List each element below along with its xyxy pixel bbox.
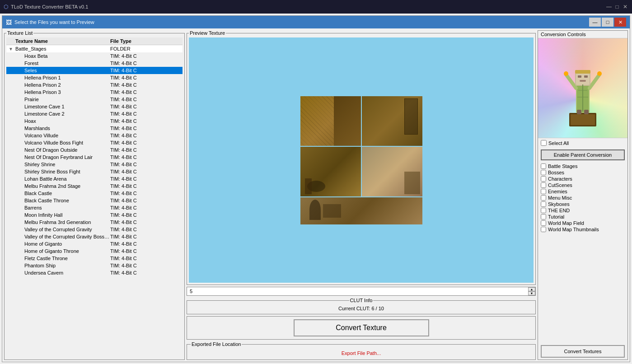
texture-list-item[interactable]: Nest Of Dragon OutsideTIM: 4-Bit C: [6, 146, 183, 154]
maximize-button[interactable]: □: [614, 4, 620, 10]
texture-list-item[interactable]: Valley of the Corrupted Gravity Boss Fig…: [6, 233, 183, 240]
conversion-checkbox-cutscenes[interactable]: [541, 182, 546, 188]
conversion-item: Enemies: [538, 188, 627, 195]
texture-list-item[interactable]: SelesTIM: 4-Bit C: [6, 67, 183, 74]
conversion-checkbox-the_end[interactable]: [541, 208, 546, 213]
texture-list-item[interactable]: Hellena Prison 3TIM: 4-Bit C: [6, 89, 183, 96]
texture-name: Black Castle: [15, 191, 110, 196]
texture-list-item[interactable]: Black Castle ThroneTIM: 4-Bit C: [6, 197, 183, 204]
conversion-checkbox-world_map_field[interactable]: [541, 220, 546, 226]
svg-line-4: [566, 75, 576, 88]
texture-list-item[interactable]: Lohan Battle ArenaTIM: 4-Bit C: [6, 175, 183, 182]
texture-list-item[interactable]: Melbu Frahma 2nd StageTIM: 4-Bit C: [6, 182, 183, 190]
svg-rect-17: [577, 110, 581, 114]
texture-list-item[interactable]: Moon Infinity HallTIM: 4-Bit C: [6, 211, 183, 219]
texture-list-legend: Texture List: [6, 30, 33, 36]
texture-list-item[interactable]: Fletz Castle ThroneTIM: 4-Bit C: [6, 255, 183, 262]
texture-list-item[interactable]: Undersea CavernTIM: 4-Bit C: [6, 269, 183, 276]
texture-list-item[interactable]: MarshlandsTIM: 4-Bit C: [6, 125, 183, 132]
conversion-checkbox-skyboxes[interactable]: [541, 201, 546, 207]
app-close-button[interactable]: ✕: [614, 18, 626, 27]
clut-current-text: Current CLUT: 6 / 10: [338, 306, 384, 311]
app-window-icon: 🖼: [6, 19, 12, 26]
texture-name: Hoax Beta: [15, 53, 110, 59]
texture-list-item[interactable]: Valley of the Corrupted GravityTIM: 4-Bi…: [6, 226, 183, 233]
texture-list-item[interactable]: PrairieTIM: 4-Bit C: [6, 96, 183, 103]
conversion-label-menu_misc: Menu Misc: [548, 195, 572, 201]
texture-type: TIM: 4-Bit C: [110, 205, 183, 210]
app-minimize-button[interactable]: —: [589, 18, 601, 27]
texture-type: TIM: 4-Bit C: [110, 154, 183, 160]
texture-list-scroll[interactable]: ▼Battle_StagesFOLDERHoax BetaTIM: 4-Bit …: [6, 45, 183, 358]
texture-type: TIM: 4-Bit C: [110, 133, 183, 138]
conversion-checkbox-bosses[interactable]: [541, 170, 546, 175]
app-title-left: 🖼 Select the Files you want to Preview: [6, 19, 94, 26]
conversion-checkbox-enemies[interactable]: [541, 189, 546, 194]
conversion-checkbox-menu_misc[interactable]: [541, 195, 546, 201]
texture-list-item[interactable]: Home of Giganto ThroneTIM: 4-Bit C: [6, 247, 183, 255]
texture-list-item[interactable]: Black CastleTIM: 4-Bit C: [6, 190, 183, 197]
texture-type: TIM: 4-Bit C: [110, 234, 183, 239]
conversion-checkbox-tutorial[interactable]: [541, 214, 546, 219]
app-maximize-button[interactable]: □: [602, 18, 613, 27]
texture-list-item[interactable]: Nest Of Dragon Feyrbrand LairTIM: 4-Bit …: [6, 154, 183, 161]
conversion-checkbox-characters[interactable]: [541, 176, 546, 182]
texture-type: TIM: 4-Bit C: [110, 111, 183, 117]
texture-list-item[interactable]: Volcano VilludeTIM: 4-Bit C: [6, 132, 183, 139]
texture-list-item[interactable]: Hoax BetaTIM: 4-Bit C: [6, 52, 183, 60]
close-button[interactable]: ✕: [622, 4, 628, 10]
texture-name: Home of Giganto Throne: [15, 248, 110, 254]
conversion-checkbox-battle_stages[interactable]: [541, 163, 546, 169]
preview-texture-legend: Preview Texture: [189, 30, 226, 36]
texture-type: TIM: 4-Bit C: [110, 97, 183, 102]
svg-rect-11: [584, 75, 588, 78]
texture-list-item[interactable]: Home of GigantoTIM: 4-Bit C: [6, 240, 183, 247]
convert-textures-button[interactable]: Convert Textures: [541, 345, 625, 358]
texture-list-item[interactable]: Phantom ShipTIM: 4-Bit C: [6, 262, 183, 269]
texture-list-item[interactable]: ▼Battle_StagesFOLDER: [6, 45, 183, 52]
preview-panel: Preview Texture: [187, 30, 536, 360]
texture-list-item[interactable]: Hellena Prison 2TIM: 4-Bit C: [6, 81, 183, 89]
conversion-label-world_map_thumbnails: World Map Thumbnails: [548, 227, 599, 232]
app-title-bar: 🖼 Select the Files you want to Preview —…: [2, 16, 630, 28]
conversion-checkbox-world_map_thumbnails[interactable]: [541, 227, 546, 232]
app-icon: ⬡: [4, 4, 8, 10]
clut-spinbox-input[interactable]: [187, 287, 528, 295]
minimize-button[interactable]: —: [606, 4, 612, 10]
texture-type: TIM: 4-Bit C: [110, 176, 183, 182]
texture-list-item[interactable]: Hellena Prison 1TIM: 4-Bit C: [6, 74, 183, 81]
spin-up-button[interactable]: ▲: [528, 287, 535, 291]
texture-type: TIM: 4-Bit C: [110, 227, 183, 232]
texture-name: Seles: [15, 68, 110, 73]
enable-parent-conversion-button[interactable]: Enable Parent Conversion: [541, 149, 625, 160]
texture-type: TIM: 4-Bit C: [110, 82, 183, 88]
texture-list-item[interactable]: ForestTIM: 4-Bit C: [6, 60, 183, 67]
texture-list-item[interactable]: Shirley Shrine Boss FightTIM: 4-Bit C: [6, 168, 183, 175]
texture-name: Shirley Shrine: [15, 162, 110, 167]
texture-list-item[interactable]: HoaxTIM: 4-Bit C: [6, 117, 183, 125]
texture-type: FOLDER: [110, 46, 183, 51]
texture-list-item[interactable]: Melbu Frahma 3rd GenerationTIM: 4-Bit C: [6, 219, 183, 226]
texture-name: Hellena Prison 2: [15, 82, 110, 88]
svg-rect-13: [575, 70, 590, 74]
texture-list-item[interactable]: BarrensTIM: 4-Bit C: [6, 204, 183, 211]
convert-texture-area: Convert Texture: [187, 316, 536, 340]
texture-name: Shirley Shrine Boss Fight: [15, 169, 110, 174]
select-all-checkbox[interactable]: [541, 140, 547, 146]
texture-type: TIM: 4-Bit C: [110, 256, 183, 261]
texture-list-item[interactable]: Limestone Cave 1TIM: 4-Bit C: [6, 103, 183, 110]
texture-name: Hellena Prison 1: [15, 75, 110, 80]
texture-type: TIM: 4-Bit C: [110, 191, 183, 196]
spin-down-button[interactable]: ▼: [528, 291, 535, 295]
texture-name: Fletz Castle Throne: [15, 256, 110, 261]
convert-texture-button[interactable]: Convert Texture: [294, 319, 429, 336]
texture-type: TIM: 4-Bit C: [110, 212, 183, 218]
texture-list-item[interactable]: Volcano Villude Boss FightTIM: 4-Bit C: [6, 139, 183, 146]
svg-rect-10: [578, 75, 581, 78]
texture-type: TIM: 4-Bit C: [110, 75, 183, 80]
texture-list-item[interactable]: Shirley ShrineTIM: 4-Bit C: [6, 161, 183, 168]
conversion-label-cutscenes: CutScenes: [548, 182, 572, 188]
texture-name: Moon Infinity Hall: [15, 212, 110, 218]
texture-list-item[interactable]: Limestone Cave 2TIM: 4-Bit C: [6, 110, 183, 117]
export-path-button[interactable]: Export File Path...: [191, 350, 532, 356]
